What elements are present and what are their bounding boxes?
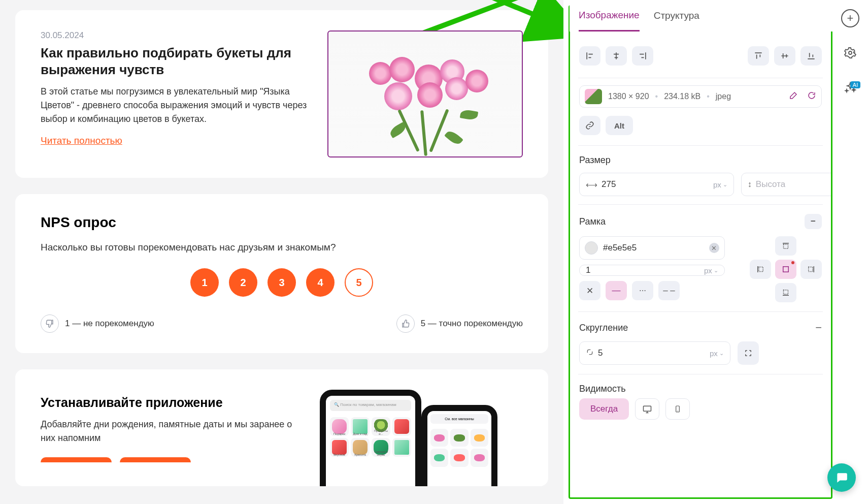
nps-options-row: 1 2 3 4 5	[41, 268, 523, 297]
add-block-button[interactable]: +	[841, 9, 859, 27]
border-right[interactable]	[800, 260, 822, 279]
radius-section-title: Скругление	[579, 323, 628, 333]
valign-middle-button[interactable]	[774, 46, 795, 66]
nps-option-4[interactable]: 4	[306, 268, 335, 297]
nps-option-2[interactable]: 2	[229, 268, 257, 297]
image-link-button[interactable]	[579, 116, 600, 135]
width-input[interactable]	[602, 179, 709, 190]
border-color-swatch[interactable]	[585, 241, 598, 255]
thumbs-up-icon	[396, 314, 415, 333]
image-alt-button[interactable]: Alt	[606, 116, 633, 135]
phone-mockup-small: См. все магазины	[421, 405, 497, 486]
edit-image-icon[interactable]	[789, 91, 798, 102]
inspector-tabs: Изображение Структура	[570, 0, 832, 32]
valign-top-button[interactable]	[748, 46, 769, 66]
ai-badge: AI	[850, 81, 860, 88]
article-title: Как правильно подбирать букеты для выраж…	[41, 45, 307, 78]
nps-block[interactable]: NPS опрос Насколько вы готовы порекоменд…	[15, 194, 548, 353]
border-all[interactable]	[775, 260, 796, 279]
height-field[interactable]: ↕ px	[741, 173, 831, 196]
border-width-input[interactable]	[586, 265, 700, 275]
read-more-link[interactable]: Читать полностью	[41, 135, 122, 146]
border-width-unit: px	[704, 266, 718, 275]
tile-home: Дом и сад	[351, 417, 370, 436]
app-install-block[interactable]: Устанавливайте приложение Добавляйте дни…	[15, 369, 548, 486]
size-row: ⟷ px ↕ px	[579, 173, 822, 196]
svg-point-7	[849, 51, 852, 54]
height-input[interactable]	[756, 179, 831, 190]
phones-mockup: 🔍 Поиск по товарам, магазинам Подарки До…	[320, 390, 523, 486]
ai-magic-button[interactable]: AI	[841, 78, 859, 97]
border-collapse-button[interactable]: −	[805, 214, 822, 229]
nps-option-5[interactable]: 5	[345, 268, 373, 297]
inspector-wrapper: Изображение Структура	[563, 0, 868, 504]
nps-question: Насколько вы готовы порекомендовать нас …	[41, 242, 523, 253]
border-color-field[interactable]: #e5e5e5 ✕	[579, 236, 725, 260]
orange-button-1[interactable]	[41, 457, 112, 462]
border-style-none[interactable]: ✕	[579, 281, 600, 300]
radius-independent-button[interactable]	[738, 341, 759, 365]
border-bottom[interactable]	[775, 283, 796, 302]
border-style-dotted[interactable]: ···	[632, 281, 653, 300]
visibility-row: Всегда	[579, 398, 822, 420]
valign-bottom-button[interactable]	[800, 46, 822, 66]
phone-search-placeholder: 🔍 Поиск по товарам, магазинам	[330, 400, 411, 411]
width-field[interactable]: ⟷ px	[579, 173, 734, 196]
nps-legend-high-text: 5 — точно порекомендую	[421, 319, 523, 329]
border-width-field[interactable]: px	[579, 265, 725, 276]
chat-widget-button[interactable]	[827, 463, 856, 492]
height-icon: ↕	[748, 180, 752, 189]
tile-misc2	[392, 438, 411, 457]
border-style-solid[interactable]: ―	[606, 281, 627, 300]
align-center-button[interactable]	[606, 46, 627, 66]
nps-legend-low-text: 1 — не порекомендую	[65, 319, 154, 329]
radius-icon	[586, 348, 594, 358]
article-image-selected[interactable]	[327, 30, 523, 158]
svg-rect-4	[784, 290, 788, 294]
radius-row: px	[579, 341, 822, 365]
email-preview: 30.05.2024 Как правильно подбирать букет…	[0, 0, 563, 504]
svg-rect-5	[644, 406, 651, 411]
border-left[interactable]	[750, 260, 771, 279]
visibility-desktop[interactable]	[635, 398, 659, 420]
image-format: jpeg	[716, 92, 731, 101]
store-all-button: См. все магазины	[430, 414, 488, 424]
nps-legend: 1 — не порекомендую 5 — точно порекоменд…	[41, 314, 523, 333]
svg-rect-0	[784, 244, 788, 248]
replace-image-icon[interactable]	[807, 91, 816, 102]
visibility-mobile[interactable]	[665, 398, 690, 420]
radius-unit: px	[710, 349, 724, 358]
tab-image[interactable]: Изображение	[579, 1, 640, 32]
image-filesize: 234.18 kB	[664, 92, 700, 101]
article-text-column: 30.05.2024 Как правильно подбирать букет…	[41, 30, 307, 158]
orange-button-2[interactable]	[120, 457, 191, 462]
thumbs-down-icon	[41, 314, 59, 333]
visibility-section-title: Видимость	[579, 384, 626, 394]
image-thumbnail	[585, 89, 602, 104]
border-style-row: ✕ ― ··· – –	[579, 281, 725, 300]
align-right-button[interactable]	[632, 46, 653, 66]
border-color-clear[interactable]: ✕	[709, 243, 719, 253]
border-color-value: #e5e5e5	[603, 243, 704, 253]
article-block[interactable]: 30.05.2024 Как правильно подбирать букет…	[15, 10, 548, 178]
image-dimensions: 1380 × 920	[608, 92, 649, 101]
width-unit[interactable]: px	[713, 180, 727, 189]
nps-option-3[interactable]: 3	[268, 268, 296, 297]
alignment-row	[579, 46, 822, 66]
vertical-align-group	[748, 46, 822, 66]
nps-option-1[interactable]: 1	[190, 268, 219, 297]
border-top[interactable]	[775, 236, 796, 256]
border-controls: #e5e5e5 ✕ px ✕ ― ··· – –	[579, 236, 822, 302]
radius-input[interactable]	[598, 348, 706, 358]
svg-rect-1	[759, 267, 763, 272]
tab-structure[interactable]: Структура	[654, 1, 699, 30]
align-left-button[interactable]	[579, 46, 600, 66]
nps-legend-low: 1 — не порекомендую	[41, 314, 154, 333]
radius-collapse-button[interactable]: −	[815, 321, 822, 334]
border-style-dashed[interactable]: – –	[658, 281, 680, 300]
radius-field[interactable]: px	[579, 341, 730, 365]
settings-icon[interactable]	[841, 44, 859, 62]
nps-legend-high: 5 — точно порекомендую	[396, 314, 523, 333]
image-info-box[interactable]: 1380 × 920 • 234.18 kB • jpeg	[579, 85, 822, 108]
visibility-always[interactable]: Всегда	[579, 398, 629, 420]
